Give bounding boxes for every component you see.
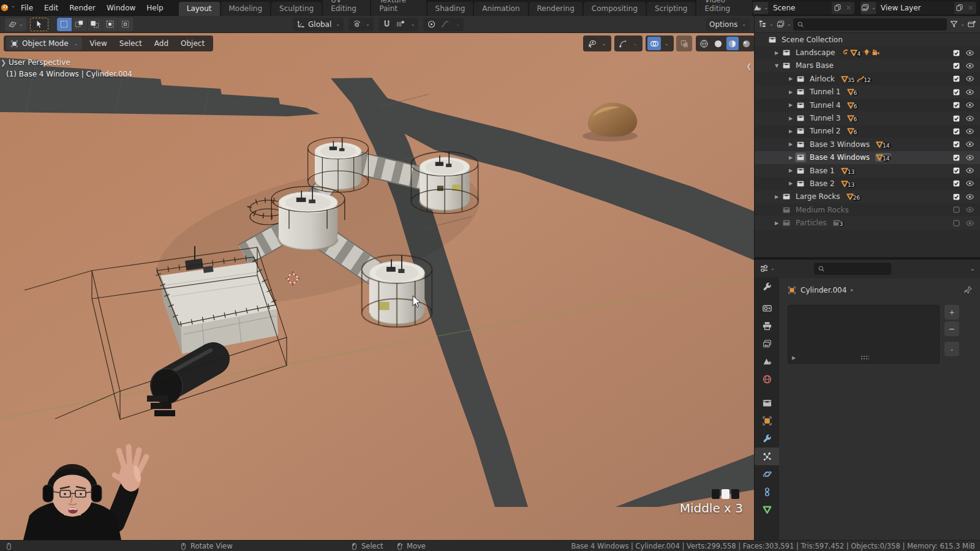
- scene-copy-button[interactable]: [832, 2, 843, 14]
- hide-eye-toggle[interactable]: [963, 100, 976, 110]
- view-layer-remove-button[interactable]: [965, 2, 976, 14]
- 3d-viewport[interactable]: Object Mode ⌄ ViewSelectAddObject ⌄ ⌄ ⌄ …: [0, 33, 754, 540]
- overlays-toggle[interactable]: [647, 37, 661, 50]
- particle-system-list[interactable]: ▶: [788, 305, 940, 364]
- transform-orientation-dropdown[interactable]: Global ⌄: [293, 18, 344, 31]
- hide-eye-toggle[interactable]: [963, 153, 976, 162]
- expand-arrow[interactable]: ▶: [786, 141, 795, 147]
- magnet-icon[interactable]: [382, 20, 391, 29]
- properties-tab-render[interactable]: [755, 299, 779, 317]
- hide-eye-toggle[interactable]: [963, 61, 976, 70]
- proportional-icon[interactable]: [427, 20, 436, 29]
- menu-window[interactable]: Window: [101, 0, 141, 16]
- collection-checkbox[interactable]: [949, 127, 963, 135]
- collection-checkbox[interactable]: [949, 154, 963, 162]
- snap-target-icon[interactable]: [396, 20, 405, 29]
- particle-specials-dropdown[interactable]: ⌄: [944, 342, 959, 356]
- snapping-dropdown[interactable]: ⌄: [411, 21, 415, 27]
- properties-tab-viewlayer[interactable]: [755, 335, 779, 353]
- scene-browse-button[interactable]: ⌄: [753, 2, 768, 14]
- hide-eye-toggle[interactable]: [963, 166, 976, 175]
- expand-arrow[interactable]: ▶: [786, 181, 795, 186]
- workspace-tab-scripting[interactable]: Scripting: [647, 2, 696, 16]
- properties-tab-particles[interactable]: [755, 448, 779, 465]
- blender-logo-menu[interactable]: ⌄: [0, 3, 15, 12]
- outliner-row[interactable]: ▶Tunnel 46: [755, 99, 980, 111]
- outliner-row[interactable]: Scene Collection: [755, 33, 980, 46]
- hide-eye-toggle[interactable]: [963, 192, 976, 201]
- shading-shmat[interactable]: [726, 37, 739, 50]
- outliner-row[interactable]: ▶Base 4 Windows14: [755, 151, 980, 164]
- collection-checkbox[interactable]: [949, 179, 963, 187]
- falloff-icon[interactable]: [440, 20, 450, 29]
- expand-arrow[interactable]: ▶: [772, 50, 781, 56]
- selectability-dropdown[interactable]: [585, 37, 598, 50]
- viewport-menu-select[interactable]: Select: [113, 36, 148, 51]
- workspace-tab-uv-editing[interactable]: UV Editing: [323, 0, 371, 16]
- workspace-tab-rendering[interactable]: Rendering: [529, 2, 583, 16]
- workspace-tab-video-editing[interactable]: Video Editing: [696, 0, 753, 16]
- outliner-row[interactable]: ▶Particles3: [755, 216, 980, 229]
- active-tool-select-box[interactable]: [30, 18, 48, 31]
- expand-arrow[interactable]: ▶: [786, 76, 795, 81]
- hide-eye-toggle[interactable]: [963, 179, 976, 188]
- expand-arrow[interactable]: ▶: [786, 89, 795, 95]
- hide-eye-toggle[interactable]: [963, 140, 976, 149]
- properties-tab-output[interactable]: [755, 317, 779, 335]
- new-collection-button[interactable]: [967, 20, 976, 29]
- gizmos-toggle[interactable]: [616, 37, 630, 50]
- menu-file[interactable]: File: [15, 0, 39, 16]
- properties-tab-tool[interactable]: [755, 278, 779, 296]
- outliner-row[interactable]: ▶Airlock3512: [755, 72, 980, 85]
- scene-unlink-button[interactable]: [843, 2, 854, 14]
- menu-edit[interactable]: Edit: [39, 0, 64, 16]
- outliner-row[interactable]: ▶Base 213: [755, 177, 980, 190]
- view-layer-browse-button[interactable]: ⌄: [861, 2, 876, 14]
- properties-tab-world[interactable]: [755, 370, 779, 388]
- outliner-row[interactable]: ▶Base 113: [755, 164, 980, 177]
- toolbar-region-toggle[interactable]: ❯: [1, 59, 6, 67]
- expand-arrow[interactable]: ▶: [786, 168, 795, 173]
- display-mode-dropdown[interactable]: ⌄: [776, 20, 791, 29]
- filter-dropdown[interactable]: ⌄: [949, 20, 965, 29]
- properties-tab-wrench[interactable]: [755, 430, 779, 448]
- outliner-row[interactable]: ▼Mars Base: [755, 59, 980, 72]
- hide-eye-toggle[interactable]: [963, 205, 976, 214]
- collection-checkbox[interactable]: [949, 75, 963, 83]
- workspace-tab-animation[interactable]: Animation: [474, 2, 528, 16]
- outliner-row[interactable]: ▶Tunnel 26: [755, 125, 980, 138]
- hide-eye-toggle[interactable]: [963, 88, 976, 97]
- viewport-menu-view[interactable]: View: [83, 36, 113, 51]
- collection-checkbox[interactable]: [949, 62, 963, 70]
- collection-checkbox[interactable]: [949, 101, 963, 109]
- workspace-tab-shading[interactable]: Shading: [428, 2, 474, 16]
- scene-name-field[interactable]: Scene: [768, 2, 832, 14]
- expand-arrow[interactable]: ▶: [772, 220, 781, 226]
- collection-checkbox[interactable]: [949, 219, 963, 227]
- expand-arrow[interactable]: ▶: [786, 116, 795, 121]
- shading-shsolid[interactable]: [712, 37, 724, 50]
- hide-eye-toggle[interactable]: [963, 48, 976, 58]
- panel-expand-arrow[interactable]: ▶: [792, 355, 796, 361]
- workspace-tab-modeling[interactable]: Modeling: [221, 2, 271, 16]
- workspace-tab-texture-paint[interactable]: Texture Paint: [371, 0, 426, 16]
- outliner-row[interactable]: Medium Rocks: [755, 203, 980, 216]
- options-dropdown[interactable]: Options⌄: [706, 18, 750, 31]
- viewport-menu-object[interactable]: Object: [175, 36, 211, 51]
- collection-checkbox[interactable]: [949, 206, 963, 214]
- hide-eye-toggle[interactable]: [963, 219, 976, 228]
- pin-icon[interactable]: [963, 285, 973, 294]
- outliner-editor-type-button[interactable]: ⌄: [758, 20, 774, 29]
- outliner-row[interactable]: ▶Base 3 Windows14: [755, 138, 980, 151]
- outliner-search-input[interactable]: [793, 18, 947, 31]
- remove-particle-system-button[interactable]: −: [944, 321, 959, 336]
- properties-tab-physics[interactable]: [755, 465, 779, 483]
- properties-tab-constraint[interactable]: [755, 483, 779, 501]
- outliner-row[interactable]: ▶Tunnel 16: [755, 86, 980, 99]
- hide-eye-toggle[interactable]: [963, 74, 976, 83]
- expand-arrow[interactable]: ▶: [786, 102, 795, 108]
- hide-eye-toggle[interactable]: [963, 114, 976, 123]
- select-mode-selext[interactable]: [72, 18, 88, 31]
- view-layer-name-field[interactable]: View Layer: [876, 2, 954, 14]
- shading-shrend[interactable]: [741, 37, 753, 50]
